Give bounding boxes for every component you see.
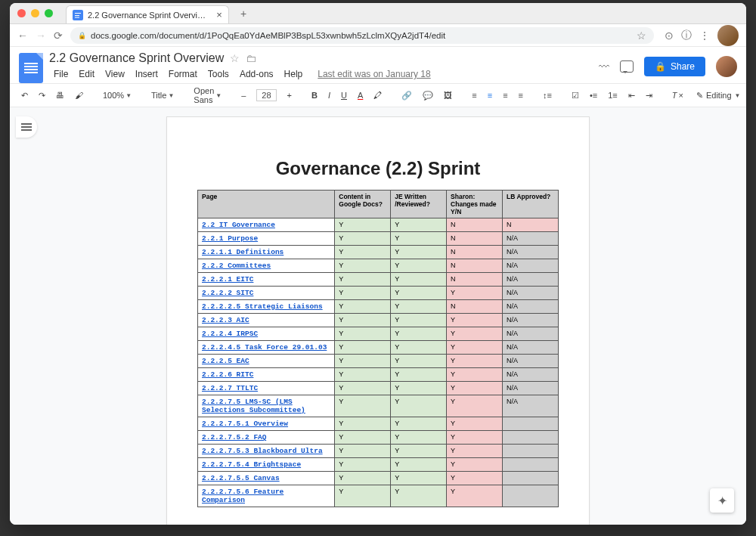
checklist-button[interactable]: ☑: [568, 88, 583, 103]
table-row: 2.2.2.3 AICYYYN/A: [198, 314, 559, 327]
sprint-table[interactable]: PageContent in Google Docs?JE Written /R…: [197, 190, 559, 507]
cell-sharon: N: [447, 273, 503, 287]
outdent-button[interactable]: ⇤: [624, 88, 639, 103]
mode-select[interactable]: ✎ Editing ▼: [690, 88, 746, 104]
url-input[interactable]: 🔒 docs.google.com/document/d/1PoQqEa0YdA…: [70, 27, 654, 44]
doc-heading[interactable]: Governance (2.2) Sprint: [197, 158, 559, 179]
page-link[interactable]: 2.2 IT Governance: [202, 221, 275, 229]
page-link[interactable]: 2.2.2.7.5.2 FAQ: [202, 433, 267, 442]
font-increment[interactable]: +: [284, 88, 296, 102]
cell-content: Y: [335, 355, 391, 368]
align-justify-button[interactable]: ≡: [515, 88, 527, 102]
cell-content: Y: [335, 232, 391, 246]
link-button[interactable]: 🔗: [398, 88, 416, 103]
move-folder-icon[interactable]: 🗀: [246, 52, 256, 64]
page-link[interactable]: 2.2.2.5 EAC: [202, 357, 249, 365]
column-header: JE Written /Reviewed?: [391, 191, 447, 218]
browser-window: 2.2 Governance Sprint Overvi… × + ← → ⟳ …: [10, 3, 746, 525]
page-link[interactable]: 2.2.2.2 SITC: [202, 289, 253, 297]
font-size-input[interactable]: 28: [253, 87, 280, 104]
bold-button[interactable]: B: [308, 88, 321, 102]
minimize-window-icon[interactable]: [31, 9, 39, 17]
forward-icon[interactable]: →: [36, 29, 46, 42]
table-row: 2.2.2.7 TTLTCYYYN/A: [198, 382, 559, 395]
browser-avatar[interactable]: [717, 25, 739, 46]
menu-view[interactable]: View: [101, 67, 129, 82]
menu-add-ons[interactable]: Add-ons: [235, 67, 278, 82]
close-tab-icon[interactable]: ×: [216, 9, 222, 20]
paint-format-button[interactable]: 🖌: [71, 88, 87, 102]
page-link[interactable]: 2.2.2.7.5 LMS-SC (LMS Selections Subcomm…: [202, 398, 305, 414]
explore-button[interactable]: ✦: [710, 488, 734, 513]
page-link[interactable]: 2.2.2 Committees: [202, 262, 271, 270]
cell-sharon: N: [447, 218, 503, 232]
browser-tab[interactable]: 2.2 Governance Sprint Overvi… ×: [66, 5, 229, 23]
clear-format-button[interactable]: T×: [668, 88, 687, 102]
column-header: LB Approved?: [503, 191, 559, 218]
insert-image-button[interactable]: 🖼: [440, 88, 456, 102]
cell-lb: [503, 445, 559, 458]
document-canvas[interactable]: Governance (2.2) Sprint PageContent in G…: [10, 107, 746, 525]
star-bookmark-icon[interactable]: ☆: [637, 29, 646, 42]
table-body: 2.2 IT GovernanceYYNN2.2.1 PurposeYYNN/A…: [198, 218, 559, 507]
align-left-button[interactable]: ≡: [468, 88, 480, 102]
align-right-button[interactable]: ≡: [499, 88, 511, 102]
maximize-window-icon[interactable]: [45, 9, 53, 17]
redo-button[interactable]: ↷: [35, 88, 49, 103]
font-decrement[interactable]: –: [237, 88, 249, 102]
last-edit-link[interactable]: Last edit was on January 18: [313, 67, 435, 82]
undo-button[interactable]: ↶: [17, 88, 32, 103]
more-icon[interactable]: ⋮: [699, 29, 710, 42]
menu-help[interactable]: Help: [280, 67, 308, 82]
page-link[interactable]: 2.2.1.1 Definitions: [202, 248, 284, 256]
italic-button[interactable]: I: [324, 88, 334, 102]
page-link[interactable]: 2.2.2.4 IRPSC: [202, 330, 258, 338]
star-icon[interactable]: ☆: [230, 52, 240, 64]
extension-icon[interactable]: ⊙: [665, 29, 674, 42]
indent-button[interactable]: ⇥: [642, 88, 656, 103]
page-link[interactable]: 2.2.2.7.5.5 Canvas: [202, 474, 280, 482]
text-color-button[interactable]: A: [354, 88, 367, 102]
page-link[interactable]: 2.2.2.7.5.3 Blackboard Ultra: [202, 447, 323, 455]
bulleted-list-button[interactable]: •≡: [586, 88, 601, 102]
align-center-button[interactable]: ≡: [484, 88, 496, 102]
new-tab-button[interactable]: +: [240, 8, 246, 20]
menu-edit[interactable]: Edit: [74, 67, 99, 82]
share-button[interactable]: 🔒 Share: [644, 57, 705, 76]
menu-file[interactable]: File: [49, 67, 73, 82]
page-link[interactable]: 2.2.2.6 RITC: [202, 370, 253, 379]
page-link[interactable]: 2.2.2.7 TTLTC: [202, 384, 258, 392]
page-link[interactable]: 2.2.2.3 AIC: [202, 316, 249, 324]
activity-icon[interactable]: 〰: [599, 60, 609, 73]
zoom-select[interactable]: 100% ▼: [99, 88, 135, 102]
page-link[interactable]: 2.2.2.7.5.6 Feature Comparison: [202, 488, 284, 504]
docs-avatar[interactable]: [716, 56, 737, 77]
font-select[interactable]: Open Sans ▼: [190, 84, 225, 107]
page-link[interactable]: 2.2.1 Purpose: [202, 234, 258, 243]
page-link[interactable]: 2.2.2.4.5 Task Force 29.01.03: [202, 343, 327, 352]
style-select[interactable]: Title ▼: [147, 88, 178, 102]
underline-button[interactable]: U: [337, 88, 351, 102]
page-link[interactable]: 2.2.2.1 EITC: [202, 275, 253, 283]
docs-logo-icon[interactable]: [19, 53, 43, 83]
page-link[interactable]: 2.2.2.2.5 Strategic Liaisons: [202, 302, 323, 311]
close-window-icon[interactable]: [17, 9, 26, 17]
reload-icon[interactable]: ⟳: [54, 29, 63, 42]
print-button[interactable]: 🖶: [52, 88, 68, 102]
line-spacing-button[interactable]: ↕≡: [539, 88, 556, 102]
doc-title[interactable]: 2.2 Governance Sprint Overview: [49, 51, 224, 65]
info-icon[interactable]: ⓘ: [681, 29, 692, 42]
back-icon[interactable]: ←: [17, 29, 28, 42]
page-link[interactable]: 2.2.2.7.5.4 Brightspace: [202, 460, 301, 469]
table-row: 2.2.2.7.5.3 Blackboard UltraYYY: [198, 445, 559, 458]
numbered-list-button[interactable]: 1≡: [604, 88, 621, 102]
menu-tools[interactable]: Tools: [203, 67, 234, 82]
add-comment-button[interactable]: 💬: [419, 88, 437, 103]
document-page[interactable]: Governance (2.2) Sprint PageContent in G…: [166, 116, 590, 525]
outline-toggle-button[interactable]: [16, 116, 37, 138]
menu-insert[interactable]: Insert: [131, 67, 163, 82]
comment-icon[interactable]: [620, 60, 634, 73]
highlight-button[interactable]: 🖍: [370, 88, 386, 102]
page-link[interactable]: 2.2.2.7.5.1 Overview: [202, 420, 288, 428]
menu-format[interactable]: Format: [164, 67, 202, 82]
